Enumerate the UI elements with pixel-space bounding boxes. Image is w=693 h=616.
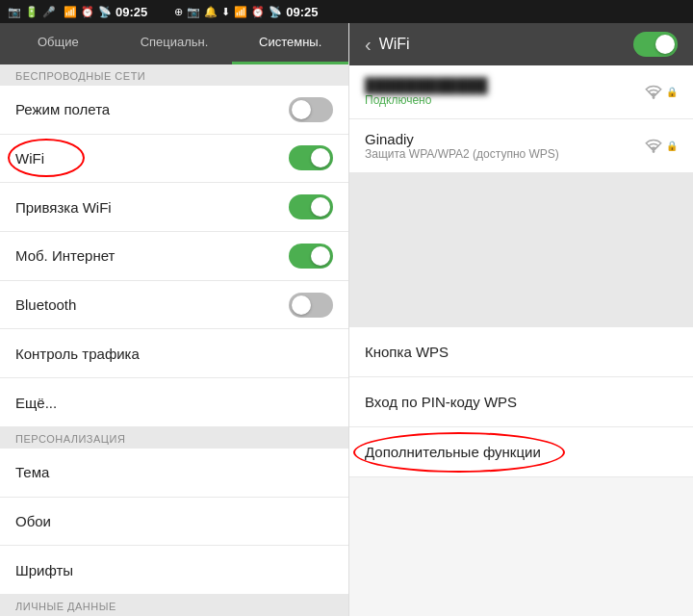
status-time-right: 09:25 — [286, 5, 318, 19]
settings-item-fonts[interactable]: Шрифты — [0, 546, 348, 595]
bluetooth-toggle[interactable] — [289, 293, 333, 318]
wifi-menu-advanced[interactable]: Дополнительные функции — [349, 427, 693, 477]
battery-icon: 🔋 — [25, 6, 38, 18]
wifi-ginadiy-name: Ginadiy — [365, 131, 559, 147]
wifi-binding-toggle-knob — [311, 197, 330, 217]
wifi-ginadiy-info: Ginadiy Защита WPA/WPA2 (доступно WPS) — [365, 131, 559, 161]
settings-item-mobile-internet[interactable]: Моб. Интернет — [0, 232, 348, 281]
more-label: Ещё... — [15, 395, 57, 411]
wifi-menu-wps-pin[interactable]: Вход по PIN-коду WPS — [349, 377, 693, 427]
svg-point-1 — [653, 150, 655, 153]
airplane-label: Режим полета — [15, 101, 110, 117]
screenshot-icon: 📷 — [8, 6, 21, 18]
settings-item-more[interactable]: Ещё... — [0, 378, 348, 427]
wifi-network-connected-info: ████████████ Подключено — [365, 77, 488, 107]
alarm-icon: ⏰ — [81, 6, 94, 18]
svg-point-0 — [653, 96, 655, 99]
lock-icon-ginadiy: 🔒 — [666, 141, 678, 151]
alarm-r-icon: ⏰ — [251, 6, 265, 18]
wifi-binding-toggle[interactable] — [289, 194, 333, 219]
status-icon-r4: ⬇ — [221, 6, 230, 18]
section-personalization-label: ПЕРСОНАЛИЗАЦИЯ — [0, 427, 348, 449]
theme-label: Тема — [15, 464, 49, 480]
traffic-label: Контроль трафика — [15, 346, 140, 362]
tab-special[interactable]: Специальн. — [116, 23, 233, 64]
settings-item-wifi[interactable]: WiFi — [0, 135, 348, 184]
wifi-header-left: ‹ WiFi — [365, 34, 410, 56]
wifi-header: ‹ WiFi — [349, 23, 693, 65]
wifi-panel: ‹ WiFi ████████████ Подключено — [349, 23, 693, 616]
mobile-internet-toggle-knob — [311, 246, 330, 266]
wifi-ginadiy-icon: 🔒 — [643, 138, 678, 155]
status-icon-r1: ⊕ — [174, 6, 183, 18]
wifi-main-toggle[interactable] — [633, 32, 678, 57]
main-content: Общие Специальн. Системны. БЕСПРОВОДНЫЕ … — [0, 23, 693, 616]
mobile-internet-label: Моб. Интернет — [15, 247, 115, 264]
lock-icon-connected: 🔒 — [666, 87, 678, 97]
tab-general[interactable]: Общие — [0, 23, 116, 64]
status-icon-r3: 🔔 — [204, 6, 218, 18]
signal-icon: 📶 — [64, 6, 77, 18]
settings-item-traffic[interactable]: Контроль трафика — [0, 329, 348, 378]
status-time-left: 09:25 — [116, 5, 147, 19]
settings-item-bluetooth[interactable]: Bluetooth — [0, 281, 348, 330]
wifi-connected-name: ████████████ — [365, 77, 488, 93]
settings-item-wifi-binding[interactable]: Привязка WiFi — [0, 183, 348, 232]
wifi-list: ████████████ Подключено 🔒 Ginadiy — [349, 65, 693, 616]
wifi-ginadiy-security: Защита WPA/WPA2 (доступно WPS) — [365, 147, 559, 161]
wifi-binding-label: Привязка WiFi — [15, 199, 112, 216]
status-bar: 📷 🔋 🎤 📶 ⏰ 📡 09:25 ⊕ 📷 🔔 ⬇ 📶 ⏰ 📡 09:25 — [0, 0, 693, 23]
wifi-signal-svg-connected — [643, 84, 664, 101]
wifi-network-connected[interactable]: ████████████ Подключено 🔒 — [349, 65, 693, 119]
mic-icon: 🎤 — [42, 6, 56, 18]
wifi-connected-icon: 🔒 — [643, 84, 678, 101]
status-bar-left: 📷 🔋 🎤 📶 ⏰ 📡 09:25 ⊕ 📷 🔔 ⬇ 📶 ⏰ 📡 09:25 — [8, 3, 319, 20]
wifi-status-icon: 📡 — [98, 6, 112, 18]
bluetooth-toggle-knob — [292, 295, 311, 315]
wifi-network-ginadiy[interactable]: Ginadiy Защита WPA/WPA2 (доступно WPS) 🔒 — [349, 119, 693, 173]
wifi-r-icon: 📡 — [269, 6, 282, 18]
wifi-signal-svg-ginadiy — [643, 138, 664, 155]
wifi-toggle-knob — [311, 148, 330, 167]
back-arrow-icon[interactable]: ‹ — [365, 34, 372, 56]
wifi-toggle[interactable] — [289, 145, 333, 170]
section-personal-label: ЛИЧНЫЕ ДАННЫЕ — [0, 595, 348, 616]
status-icon-r2: 📷 — [187, 6, 200, 18]
mobile-internet-toggle[interactable] — [289, 244, 333, 269]
wifi-menu-wps-button[interactable]: Кнопка WPS — [349, 327, 693, 377]
airplane-toggle-knob — [292, 100, 311, 119]
wps-button-label: Кнопка WPS — [365, 344, 449, 360]
tab-system[interactable]: Системны. — [232, 23, 348, 64]
wifi-empty-area — [349, 173, 693, 327]
airplane-toggle[interactable] — [289, 97, 333, 122]
tabs-bar: Общие Специальн. Системны. — [0, 23, 348, 64]
settings-panel: Общие Специальн. Системны. БЕСПРОВОДНЫЕ … — [0, 23, 349, 616]
settings-item-airplane[interactable]: Режим полета — [0, 86, 348, 135]
settings-item-theme[interactable]: Тема — [0, 449, 348, 498]
section-wireless-label: БЕСПРОВОДНЫЕ СЕТИ — [0, 64, 348, 86]
wifi-label: WiFi — [15, 150, 44, 167]
advanced-label: Дополнительные функции — [365, 444, 541, 460]
wifi-connected-status: Подключено — [365, 93, 488, 107]
settings-item-wallpaper[interactable]: Обои — [0, 498, 348, 547]
wifi-main-toggle-knob — [655, 35, 675, 54]
bluetooth-label: Bluetooth — [15, 296, 76, 313]
wallpaper-label: Обои — [15, 513, 51, 529]
wifi-panel-title: WiFi — [379, 36, 410, 53]
signal-r-icon: 📶 — [234, 6, 247, 18]
wps-pin-label: Вход по PIN-коду WPS — [365, 394, 517, 410]
fonts-label: Шрифты — [15, 562, 73, 578]
